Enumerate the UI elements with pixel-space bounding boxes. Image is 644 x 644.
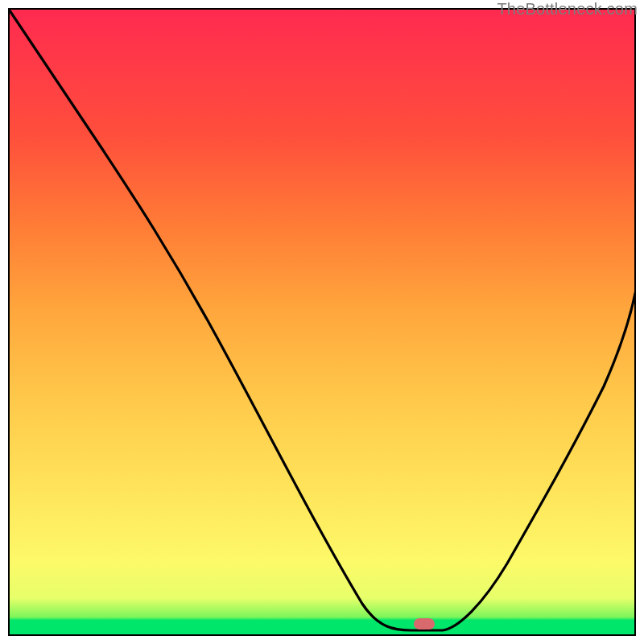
- attribution-text: TheBottleneck.com: [497, 0, 638, 19]
- plot-area: [8, 8, 636, 636]
- chart-container: TheBottleneck.com: [0, 0, 644, 644]
- y-axis-right: [634, 8, 636, 636]
- x-axis: [8, 634, 636, 636]
- y-axis-left: [8, 8, 10, 636]
- optimal-marker: [414, 618, 435, 630]
- curve-path: [8, 8, 636, 630]
- bottleneck-curve: [8, 8, 636, 636]
